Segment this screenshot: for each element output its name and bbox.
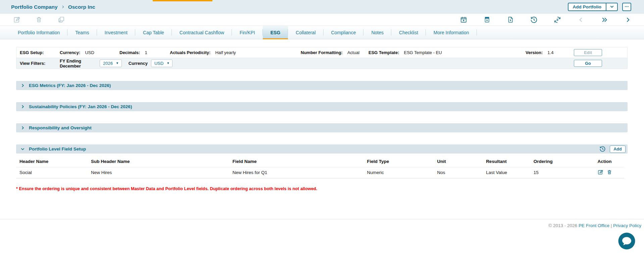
col-resultant: Resultant [483,156,530,167]
chevron-right-icon [625,17,631,23]
page-footer: © 2013 - 2026 PE Front Office | Privacy … [0,219,644,228]
prev-record-button[interactable] [577,16,585,24]
tab-contractual-cashflow[interactable]: Contractual Cashflow [172,26,232,39]
history-icon [599,146,606,152]
add-portfolio-caret-button[interactable] [606,3,617,10]
next-record-button[interactable] [624,16,632,24]
chevron-right-icon [61,5,65,9]
calendar-add-icon [460,16,467,23]
tab-collateral[interactable]: Collateral [288,26,323,39]
table-row: Social New Hires New Hires for Q1 Numeri… [16,167,624,178]
breadcrumb-current: Oscorp Inc [68,4,95,10]
esg-setup-panel: ESG Setup: Currency:USD Decimals:1 Actua… [16,47,628,69]
field-setup-table: Header Name Sub Header Name Field Name F… [16,156,624,178]
number-formatting-label: Number Formatting: [301,50,343,55]
cell-ordering: 15 [530,167,594,178]
add-document-button[interactable] [507,16,514,24]
breadcrumb: Portfolio Company Oscorp Inc [11,4,95,10]
edit-icon [13,16,20,23]
currency-refresh-button[interactable]: $ [554,16,561,24]
tab-more-information[interactable]: More Information [426,26,477,39]
section-sustainability-policies[interactable]: Sustainability Policies (FY: Jan 2026 - … [16,102,628,111]
chat-widget-button[interactable] [618,232,636,250]
filter-currency-select[interactable]: USD ▼ [151,59,172,67]
delete-icon [36,16,42,23]
cell-field-type: Numeric [364,167,434,178]
go-button[interactable]: Go [574,60,602,67]
delete-row-button[interactable] [606,170,612,176]
col-sub-header-name: Sub Header Name [88,156,229,167]
actuals-periodicity-value: Half yearly [215,50,236,55]
col-ordering: Ordering [530,156,594,167]
copy-icon [58,16,65,23]
brand-link[interactable]: PE Front Office [579,223,609,228]
currency-refresh-icon: $ [554,16,561,24]
breadcrumb-root[interactable]: Portfolio Company [11,4,58,10]
edit-icon [598,169,603,176]
tab-compliance[interactable]: Compliance [324,26,364,39]
section-portfolio-level-field-setup[interactable]: Portfolio Level Field Setup Add [16,144,628,154]
chevron-down-icon [20,147,25,151]
fy-year-value: 2026 [103,61,113,66]
tab-investment[interactable]: Investment [97,26,135,39]
section-title: ESG Metrics (FY: Jan 2026 - Dec 2026) [29,83,111,88]
esg-tab-content: ESG Setup: Currency:USD Decimals:1 Actua… [0,39,644,191]
actuals-periodicity-label: Actuals Periodicity: [170,50,210,55]
decimals-value: 1 [145,50,147,55]
tab-fin-kpi[interactable]: Fin/KPI [232,26,263,39]
edit-esg-setup-button[interactable]: Edit [574,49,602,56]
cell-resultant: Last Value [483,167,530,178]
ellipsis-icon [625,4,629,9]
currency-value: USD [85,50,94,55]
tab-notes[interactable]: Notes [363,26,391,39]
svg-text:$: $ [556,18,558,22]
expand-all-button[interactable] [601,16,608,24]
section-responsibility-oversight[interactable]: Responsibility and Oversight [16,123,628,132]
delete-record-button[interactable] [35,16,43,24]
col-field-name: Field Name [229,156,364,167]
esg-template-label: ESG Template: [368,50,399,55]
add-event-button[interactable] [460,16,467,24]
footer-separator: | [611,223,612,228]
edit-row-button[interactable] [598,170,604,176]
fy-year-select[interactable]: 2026 ▼ [100,59,122,67]
view-filters-title: View Filters: [20,61,60,66]
tab-checklist[interactable]: Checklist [391,26,426,39]
history-button[interactable] [530,16,538,24]
caret-down-icon: ▼ [116,62,119,65]
add-field-button[interactable]: Add [610,145,626,153]
chevron-right-icon [20,104,25,109]
privacy-policy-link[interactable]: Privacy Policy [613,223,641,228]
currency-label: Currency: [60,50,80,55]
caret-down-icon: ▼ [166,62,169,65]
esg-setup-title: ESG Setup: [20,50,60,55]
copy-record-button[interactable] [57,16,65,24]
section-title: Responsibility and Oversight [29,125,92,130]
version-label: Version: [526,50,543,55]
chat-bubble-icon [618,246,636,251]
filter-currency-label: Currency [129,61,148,66]
col-unit: Unit [434,156,483,167]
field-setup-history-button[interactable] [599,145,606,153]
section-esg-metrics[interactable]: ESG Metrics (FY: Jan 2026 - Dec 2026) [16,81,628,90]
more-actions-button[interactable] [622,3,631,11]
add-report-button[interactable] [483,16,491,24]
tab-cap-table[interactable]: Cap Table [135,26,172,39]
delete-icon [607,169,612,176]
col-field-type: Field Type [364,156,434,167]
add-portfolio-button[interactable]: Add Portfolio [568,3,606,10]
copyright-text: © 2013 - 2026 [548,223,577,228]
decimals-label: Decimals: [119,50,140,55]
entity-tabbar: Portfolio Information Teams Investment C… [0,26,644,39]
top-bar: Portfolio Company Oscorp Inc Add Portfol… [0,0,644,14]
esg-setup-row: ESG Setup: Currency:USD Decimals:1 Actua… [16,47,627,58]
app-window: Portfolio Company Oscorp Inc Add Portfol… [0,0,644,258]
esg-template-link[interactable]: ESG Template - EU [404,50,442,55]
tab-esg[interactable]: ESG [263,26,288,39]
col-action: Action [594,156,624,167]
edit-record-button[interactable] [13,16,20,24]
tab-teams[interactable]: Teams [67,26,97,39]
tab-portfolio-information[interactable]: Portfolio Information [10,26,67,39]
double-chevron-right-icon [601,17,608,23]
file-add-icon [507,16,514,23]
